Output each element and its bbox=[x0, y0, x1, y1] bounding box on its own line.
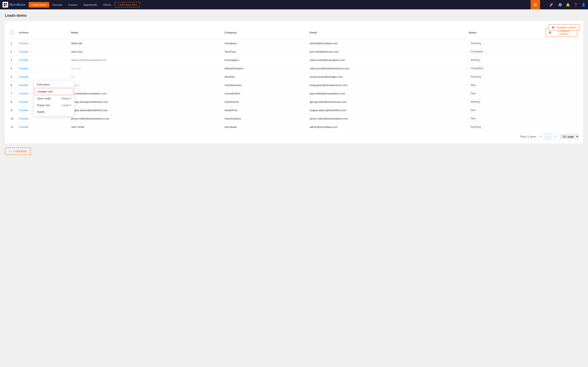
row-extra bbox=[543, 115, 580, 123]
transfer-link[interactable]: Transfer bbox=[19, 100, 29, 103]
logo: NocoBase bbox=[2, 2, 25, 8]
row-num: 3 bbox=[8, 56, 16, 64]
orange-panel-icon[interactable] bbox=[531, 0, 540, 9]
nav-item-leads-demo[interactable]: Leads-demo bbox=[29, 2, 49, 8]
bell-icon[interactable]: 🔔 bbox=[566, 3, 570, 7]
row-action: Transfer bbox=[16, 56, 69, 64]
row-extra bbox=[543, 64, 580, 73]
row-name: james.miller@autosolutions.com bbox=[69, 115, 222, 123]
transfer-link[interactable]: Transfer bbox=[19, 117, 29, 120]
row-name: sarah.smith@finanalytics.com bbox=[69, 56, 222, 64]
status-badge: Nurturing bbox=[468, 41, 483, 45]
nav-item-contact[interactable]: Contact bbox=[65, 2, 80, 8]
settings-icon[interactable]: ⚙️ bbox=[558, 3, 562, 7]
row-email: john.doe@techcorp.com bbox=[307, 48, 466, 56]
nav-item-account[interactable]: Account bbox=[50, 2, 65, 8]
row-num: 11 bbox=[8, 123, 16, 131]
row-status: Working bbox=[466, 56, 543, 64]
row-email: linda.green@cloudservices.com bbox=[307, 81, 466, 89]
row-company: CloudServices bbox=[222, 81, 307, 89]
row-status: New bbox=[466, 106, 543, 115]
plus-icon: ＋ bbox=[9, 149, 12, 153]
row-status: Completed bbox=[466, 48, 543, 56]
rocket-icon[interactable]: 🚀 bbox=[549, 3, 553, 7]
col-header-status: Status bbox=[466, 26, 543, 39]
transfer-link[interactable]: Transfer bbox=[19, 92, 29, 95]
row-email: admin@NocoBase.com bbox=[307, 39, 466, 48]
main-card: ⚙️ Configure actions Actions Name Compan… bbox=[5, 21, 583, 143]
row-num: 2 bbox=[8, 48, 16, 56]
svg-rect-3 bbox=[6, 5, 7, 6]
logo-icon bbox=[2, 2, 8, 8]
row-extra bbox=[543, 106, 580, 115]
row-name: om bbox=[69, 73, 222, 81]
next-page-button[interactable]: > bbox=[553, 134, 558, 139]
transfer-link[interactable]: Transfer bbox=[19, 67, 29, 70]
context-menu-delete[interactable]: Delete bbox=[34, 108, 74, 115]
row-status: New bbox=[466, 81, 543, 89]
status-badge: New bbox=[468, 92, 478, 95]
status-badge: New bbox=[468, 108, 478, 112]
context-menu-popup-size[interactable]: Popup size Large ▾ bbox=[34, 102, 74, 108]
status-badge: Working bbox=[468, 100, 482, 104]
nav-items: Leads-demo Account Contact Opportunity O… bbox=[29, 2, 549, 8]
row-num: 5 bbox=[8, 73, 16, 81]
table-row: 7 Transfer paul.white@innovatetech.com I… bbox=[8, 89, 580, 98]
table-row: 8 Transfer george.black@smarthome.com Sm… bbox=[8, 98, 580, 106]
select-all-checkbox[interactable] bbox=[11, 31, 14, 34]
pagination: Total 11 items < 1 > 20 / page bbox=[8, 131, 580, 140]
table-row: 10 Transfer james.miller@autosolutions.c… bbox=[8, 115, 580, 123]
svg-rect-2 bbox=[4, 5, 5, 6]
table-row: 6 Transfer es.com CloudServices linda.gr… bbox=[8, 81, 580, 89]
context-menu-edit-button[interactable]: Edit button bbox=[34, 81, 74, 88]
status-badge: New bbox=[468, 117, 478, 121]
context-menu-linkage-rules[interactable]: Linkage rules bbox=[35, 88, 73, 95]
current-page-button[interactable]: 1 bbox=[545, 134, 551, 139]
row-status: Nurturing bbox=[466, 39, 543, 48]
row-email: sarah.smith@finanalytics.com bbox=[307, 56, 466, 64]
status-badge: Completed bbox=[468, 50, 485, 54]
help-icon[interactable]: ❓ bbox=[574, 3, 578, 7]
user-icon[interactable]: 👤 bbox=[581, 3, 586, 7]
status-badge: Working bbox=[468, 58, 482, 62]
col-header-actions: Actions bbox=[16, 26, 69, 39]
row-extra bbox=[543, 73, 580, 81]
row-company: AutoSolutions bbox=[222, 115, 307, 123]
row-extra bbox=[543, 81, 580, 89]
per-page-select[interactable]: 20 / page bbox=[560, 134, 579, 139]
row-company: NocoBase bbox=[222, 123, 307, 131]
row-email: admin@NocoBase.com bbox=[307, 123, 466, 131]
status-badge: New bbox=[468, 83, 478, 87]
add-menu-item-button[interactable]: + Add menu item bbox=[115, 2, 140, 8]
row-name: ons.com bbox=[69, 64, 222, 73]
configure-actions-button[interactable]: ⚙️ Configure actions bbox=[548, 24, 580, 31]
status-badge: Nurturing bbox=[468, 75, 483, 79]
row-num: 1 bbox=[8, 39, 16, 48]
nav-item-others[interactable]: Others bbox=[101, 2, 114, 8]
prev-page-button[interactable]: < bbox=[538, 134, 544, 139]
table-row: 5 Transfer om NextGen emma.brown@nextgen… bbox=[8, 73, 580, 81]
row-action: Transfer bbox=[16, 39, 69, 48]
transfer-link[interactable]: Transfer bbox=[19, 109, 29, 112]
row-name: paul.white@innovatetech.com bbox=[69, 89, 222, 98]
row-company: FinAnalytics bbox=[222, 56, 307, 64]
row-num: 9 bbox=[8, 106, 16, 115]
transfer-link[interactable]: Transfer bbox=[19, 84, 29, 87]
row-email: angela.adams@healthfirst.com bbox=[307, 106, 466, 115]
open-mode-value: Dialog ▾ bbox=[61, 97, 71, 100]
transfer-link[interactable]: Transfer bbox=[19, 42, 29, 45]
gear-icon: ⚙️ bbox=[552, 26, 555, 29]
nav-item-opportunity[interactable]: Opportunity bbox=[80, 2, 100, 8]
context-menu-open-mode[interactable]: Open mode Dialog ▾ bbox=[34, 95, 74, 102]
logo-text: NocoBase bbox=[9, 3, 25, 7]
add-block-button[interactable]: ＋ + Add block bbox=[5, 148, 31, 155]
col-header-company: Company bbox=[222, 26, 307, 39]
transfer-link[interactable]: Transfer bbox=[19, 58, 29, 62]
row-num: 8 bbox=[8, 98, 16, 106]
transfer-link[interactable]: Transfer bbox=[19, 50, 29, 53]
transfer-link[interactable]: Transfer bbox=[19, 75, 29, 78]
transfer-link[interactable]: Transfer bbox=[19, 125, 29, 128]
row-action: Transfer bbox=[16, 123, 69, 131]
row-name: angela.adams@healthfirst.com bbox=[69, 106, 222, 115]
row-status: Working bbox=[466, 98, 543, 106]
